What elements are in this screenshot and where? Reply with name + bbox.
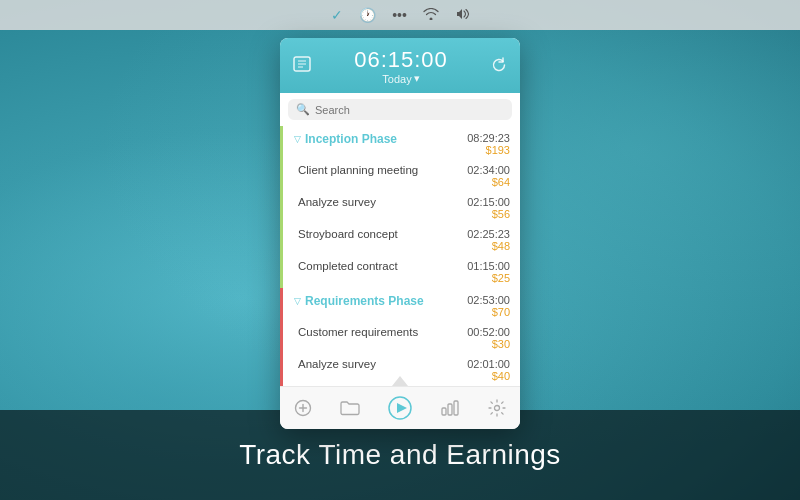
task-earnings: $40: [467, 370, 510, 382]
refresh-icon[interactable]: [490, 56, 508, 78]
task-stats: 02:34:00 $64: [467, 164, 510, 188]
task-name: Stroyboard concept: [298, 228, 398, 240]
volume-icon: [455, 7, 469, 23]
task-earnings: $30: [467, 338, 510, 350]
group-color-bar: [280, 126, 283, 288]
group-chevron-icon: ▽: [294, 296, 301, 306]
task-time: 02:34:00: [467, 164, 510, 176]
group-earnings-inception: $193: [467, 144, 510, 156]
group-name-inception: Inception Phase: [305, 132, 397, 146]
app-header: 06:15:00 Today ▾: [280, 38, 520, 93]
group-chevron-icon: ▽: [294, 134, 301, 144]
task-name: Analyze survey: [298, 358, 376, 370]
group-name-requirements: Requirements Phase: [305, 294, 424, 308]
task-earnings: $25: [467, 272, 510, 284]
play-button[interactable]: [387, 395, 413, 421]
svg-rect-10: [448, 404, 452, 415]
settings-button[interactable]: [488, 399, 506, 417]
header-date[interactable]: Today ▾: [354, 72, 448, 85]
group-time-inception: 08:29:23: [467, 132, 510, 144]
chart-button[interactable]: [441, 400, 460, 416]
task-earnings: $56: [467, 208, 510, 220]
group-header-inception[interactable]: ▽ Inception Phase 08:29:23 $193: [280, 126, 520, 160]
task-stats: 01:15:00 $25: [467, 260, 510, 284]
task-stats: 02:01:00 $40: [467, 358, 510, 382]
group-earnings-requirements: $70: [467, 306, 510, 318]
task-item[interactable]: Customer requirements 00:52:00 $30: [280, 322, 520, 354]
group-header-requirements[interactable]: ▽ Requirements Phase 02:53:00 $70: [280, 288, 520, 322]
wifi-icon: [423, 7, 439, 23]
list-icon: [292, 55, 312, 78]
task-name: Analyze survey: [298, 196, 376, 208]
toolbar-container: [280, 386, 520, 429]
search-icon: 🔍: [296, 103, 310, 116]
group-time-requirements: 02:53:00: [467, 294, 510, 306]
search-input[interactable]: [315, 104, 504, 116]
group-stats-inception: 08:29:23 $193: [467, 132, 510, 156]
menubar: ✓ 🕐 •••: [0, 0, 800, 30]
task-name: Completed contract: [298, 260, 398, 272]
task-earnings: $48: [467, 240, 510, 252]
task-item[interactable]: Client planning meeting 02:34:00 $64: [280, 160, 520, 192]
bottom-title-text: Track Time and Earnings: [239, 439, 561, 471]
svg-marker-8: [397, 403, 407, 413]
clock-icon: 🕐: [359, 7, 376, 23]
task-time: 01:15:00: [467, 260, 510, 272]
date-chevron-icon: ▾: [414, 72, 420, 85]
task-item[interactable]: Completed contract 01:15:00 $25: [280, 256, 520, 288]
play-indicator: [392, 376, 408, 386]
task-name: Client planning meeting: [298, 164, 418, 176]
group-color-bar: [280, 288, 283, 386]
task-time: 02:01:00: [467, 358, 510, 370]
project-group-inception: ▽ Inception Phase 08:29:23 $193 Client p…: [280, 126, 520, 288]
task-time: 02:25:23: [467, 228, 510, 240]
folder-button[interactable]: [340, 400, 360, 416]
date-label: Today: [382, 73, 411, 85]
task-item[interactable]: Stroyboard concept 02:25:23 $48: [280, 224, 520, 256]
task-time: 02:15:00: [467, 196, 510, 208]
task-stats: 02:15:00 $56: [467, 196, 510, 220]
svg-rect-9: [442, 408, 446, 415]
task-item[interactable]: Analyze survey 02:15:00 $56: [280, 192, 520, 224]
svg-point-12: [495, 406, 500, 411]
add-button[interactable]: [294, 399, 312, 417]
task-stats: 02:25:23 $48: [467, 228, 510, 252]
svg-rect-11: [454, 401, 458, 415]
project-group-requirements: ▽ Requirements Phase 02:53:00 $70 Custom…: [280, 288, 520, 386]
timer-display: 06:15:00: [354, 48, 448, 72]
task-earnings: $64: [467, 176, 510, 188]
app-toolbar: [280, 386, 520, 429]
group-stats-requirements: 02:53:00 $70: [467, 294, 510, 318]
ellipsis-icon: •••: [392, 7, 407, 23]
check-icon: ✓: [331, 7, 343, 23]
header-time: 06:15:00 Today ▾: [354, 48, 448, 85]
task-time: 00:52:00: [467, 326, 510, 338]
task-stats: 00:52:00 $30: [467, 326, 510, 350]
search-bar[interactable]: 🔍: [288, 99, 512, 120]
app-window: 06:15:00 Today ▾ 🔍 ▽ Inception Phase: [280, 38, 520, 429]
project-list: ▽ Inception Phase 08:29:23 $193 Client p…: [280, 126, 520, 386]
task-name: Customer requirements: [298, 326, 418, 338]
